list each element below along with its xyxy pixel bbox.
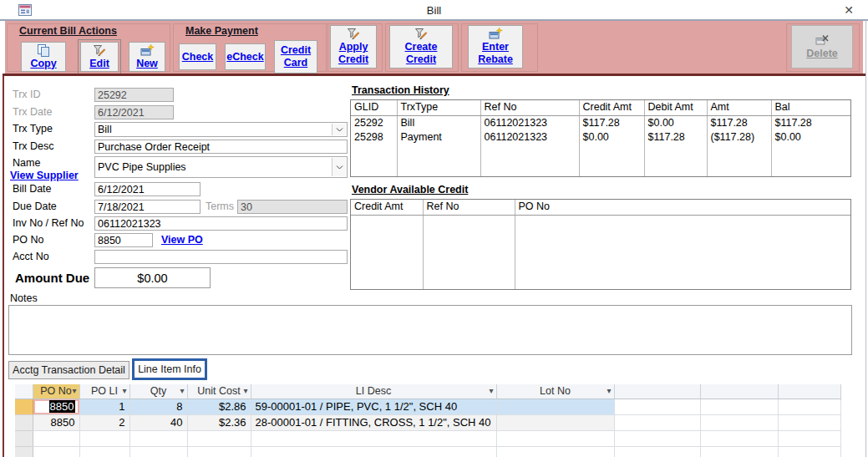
th-cell[interactable]: $0.00	[644, 115, 707, 130]
th-col-bal: Bal	[771, 100, 850, 115]
trx-type-value: Bill	[98, 124, 112, 135]
echeck-label: eCheck	[226, 51, 263, 63]
cell-lot-no[interactable]	[496, 399, 614, 414]
enter-rebate-label: Enter Rebate	[475, 41, 515, 66]
th-cell[interactable]: 25292	[351, 115, 397, 130]
trx-type-combo[interactable]: Bill	[94, 122, 348, 137]
col-header-unit-cost[interactable]: Unit Cost▾	[187, 384, 251, 399]
sort-dropdown-icon[interactable]: ▾	[243, 386, 247, 395]
echeck-button[interactable]: eCheck	[225, 43, 266, 70]
vendor-credit-header-row: Credit Amt Ref No PO No	[351, 200, 850, 215]
col-header-po-no[interactable]: PO No▾	[33, 384, 79, 399]
credit-card-button[interactable]: Credit Card	[274, 40, 317, 74]
th-cell[interactable]: $117.28	[579, 115, 644, 130]
cell-po-no[interactable]: 8850	[33, 414, 79, 430]
vendor-credit-filler-row	[351, 215, 850, 289]
th-cell[interactable]: 06112021323	[480, 130, 579, 145]
trx-type-label: Trx Type	[13, 123, 53, 135]
th-col-trxtype: TrxType	[397, 100, 480, 115]
inv-no-field[interactable]: 06112021323	[94, 216, 348, 231]
th-cell[interactable]: $117.28	[644, 130, 707, 145]
transaction-history-row[interactable]: 25298 Payment 06112021323 $0.00 $117.28 …	[351, 130, 850, 145]
sort-dropdown-icon[interactable]: ▾	[489, 386, 493, 395]
new-button[interactable]: New	[129, 42, 165, 72]
trx-desc-field[interactable]: Purchase Order Receipt	[94, 140, 348, 154]
cell-po-li[interactable]: 2	[79, 414, 129, 430]
delete-form-icon	[815, 34, 830, 47]
bill-window: Bill ✕ Current Bill Actions Make Payment…	[0, 0, 868, 457]
select-all-cell[interactable]	[15, 384, 33, 399]
line-item-row-selected[interactable]: 8850 1 8 $2.86 59-00001-01 / PIPE, PVC, …	[15, 399, 840, 414]
notes-field[interactable]	[8, 305, 852, 355]
th-cell[interactable]: $117.28	[707, 115, 771, 130]
cell-po-li[interactable]: 1	[79, 399, 129, 414]
cell-li-desc[interactable]: 28-00001-01 / FITTING, CROSS, 1 1/2", SC…	[251, 414, 496, 430]
tab-acctg-transaction-detail[interactable]: Acctg Transaction Detail	[8, 361, 129, 379]
th-cell[interactable]: Bill	[397, 115, 480, 130]
sort-dropdown-icon[interactable]: ▾	[607, 386, 611, 395]
cell-unit-cost[interactable]: $2.36	[187, 414, 251, 430]
view-supplier-link[interactable]: View Supplier	[10, 170, 79, 181]
action-toolbar: Current Bill Actions Make Payment Copy E…	[5, 21, 863, 74]
cell-unit-cost[interactable]: $2.86	[187, 399, 251, 414]
th-cell[interactable]: 25298	[351, 130, 397, 145]
vc-col-creditamt: Credit Amt	[351, 200, 423, 215]
vendor-available-credit-title: Vendor Available Credit	[352, 184, 468, 195]
th-cell[interactable]: $0.00	[579, 130, 644, 145]
vc-col-pono: PO No	[515, 200, 850, 215]
trx-id-label: Trx ID	[13, 89, 41, 100]
cell-li-desc[interactable]: 59-00001-01 / PIPE, PVC, 1 1/2", SCH 40	[251, 399, 496, 414]
apply-credit-label: Apply Credit	[333, 41, 373, 66]
record-selector[interactable]	[15, 430, 33, 446]
record-selector[interactable]	[15, 446, 33, 457]
cell-po-no-focused[interactable]: 8850	[33, 399, 79, 414]
create-credit-button[interactable]: Create Credit	[389, 25, 453, 69]
col-header-lot-no[interactable]: Lot No▾	[496, 384, 614, 399]
vendor-available-credit-table: Credit Amt Ref No PO No	[350, 199, 851, 290]
cell-qty[interactable]: 40	[129, 414, 187, 430]
col-header-po-li[interactable]: PO LI▾	[79, 384, 129, 399]
due-date-field[interactable]: 7/18/2021	[94, 200, 201, 214]
edit-funnel-pencil-icon	[93, 44, 107, 57]
sort-dropdown-icon[interactable]: ▾	[122, 386, 126, 395]
trx-id-field: 25292	[94, 88, 174, 102]
col-header-li-desc[interactable]: LI Desc▾	[251, 384, 496, 399]
edit-label: Edit	[89, 58, 109, 70]
delete-button[interactable]: Delete	[791, 25, 853, 69]
transaction-history-row[interactable]: 25292 Bill 06112021323 $117.28 $0.00 $11…	[351, 115, 850, 130]
close-icon[interactable]: ✕	[840, 2, 858, 18]
po-no-field[interactable]: 8850	[94, 233, 153, 247]
line-item-row[interactable]: 8850 2 40 $2.36 28-00001-01 / FITTING, C…	[15, 414, 840, 430]
record-selector[interactable]	[15, 414, 33, 430]
enter-rebate-button[interactable]: Enter Rebate	[468, 25, 523, 69]
sort-dropdown-icon[interactable]: ▾	[72, 386, 76, 395]
transaction-history-table: GLID TrxType Ref No Credit Amt Debit Amt…	[350, 99, 851, 177]
sort-dropdown-icon[interactable]: ▾	[180, 386, 184, 395]
th-cell[interactable]: $117.28	[771, 115, 850, 130]
col-header-qty[interactable]: Qty▾	[129, 384, 187, 399]
edit-button[interactable]: Edit	[80, 42, 119, 72]
th-cell[interactable]: Payment	[397, 130, 480, 145]
tab-line-item-info[interactable]: Line Item Info	[132, 358, 207, 380]
bill-date-field[interactable]: 6/12/2021	[94, 182, 201, 196]
acct-no-field[interactable]	[94, 250, 348, 264]
th-cell[interactable]: 06112021323	[480, 115, 579, 130]
form-left-border	[3, 76, 4, 457]
record-selector-current[interactable]	[15, 399, 33, 414]
view-po-link[interactable]: View PO	[161, 234, 203, 246]
name-dropdown-icon[interactable]	[332, 158, 346, 176]
th-col-amt: Amt	[707, 100, 771, 115]
trx-type-dropdown-icon[interactable]	[332, 124, 346, 135]
name-combo[interactable]: PVC Pipe Supplies	[94, 156, 348, 178]
th-cell[interactable]: ($117.28)	[707, 130, 771, 145]
cell-qty[interactable]: 8	[129, 399, 187, 414]
apply-credit-button[interactable]: Apply Credit	[330, 25, 377, 69]
cell-lot-no[interactable]	[496, 414, 614, 430]
copy-button[interactable]: Copy	[21, 42, 66, 72]
line-item-empty-row[interactable]	[15, 430, 840, 446]
line-item-empty-row[interactable]	[15, 446, 840, 457]
terms-field: 30	[237, 200, 348, 214]
th-cell[interactable]: $0.00	[771, 130, 850, 145]
check-button[interactable]: Check	[179, 43, 216, 70]
create-credit-funnel-pencil-icon	[414, 28, 429, 40]
